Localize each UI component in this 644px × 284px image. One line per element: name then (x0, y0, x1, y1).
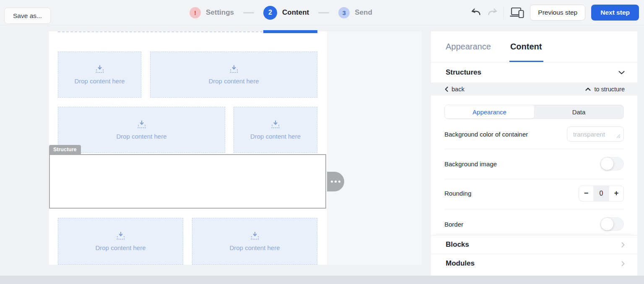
structures-section-header[interactable]: Structures (431, 62, 637, 83)
caret-up-icon (585, 88, 591, 91)
chevron-left-icon (445, 87, 448, 92)
step-send-number: 3 (338, 7, 350, 18)
step-divider (243, 12, 254, 13)
modules-section-header[interactable]: Modules (431, 254, 637, 273)
active-tab-underline (509, 61, 544, 62)
redo-icon (487, 8, 498, 17)
segment-appearance[interactable]: Appearance (445, 105, 534, 119)
background-image-toggle[interactable] (600, 157, 624, 170)
step-send-label: Send (355, 8, 372, 17)
drop-zone[interactable]: Drop content here (58, 218, 183, 265)
chevron-down-icon (618, 71, 625, 75)
to-structure-button[interactable]: to structure (585, 86, 625, 93)
step-divider (318, 12, 329, 13)
rounding-row: Rounding − 0 + (444, 185, 624, 201)
to-structure-label: to structure (594, 86, 625, 93)
settings-error-icon: ! (190, 7, 201, 18)
divider (444, 209, 624, 209)
step-indicator: ! Settings 2 Content 3 Send (190, 0, 372, 25)
toggle-knob (601, 157, 613, 170)
background-color-row: Background color of container (444, 127, 624, 142)
background-color-input-wrap (567, 127, 624, 142)
drop-zone[interactable]: Drop content here (150, 52, 317, 98)
structures-label: Structures (446, 68, 481, 77)
structure-tag: Structure (49, 145, 81, 154)
drop-content-icon (269, 120, 282, 129)
rounding-decrease-button[interactable]: − (579, 186, 593, 201)
ellipsis-icon (335, 181, 337, 183)
drop-content-icon (114, 232, 127, 240)
content-step-underline (263, 30, 317, 33)
settings-sidebar: Appearance Content Structures back (431, 31, 637, 276)
chevron-right-icon (621, 242, 625, 248)
divider (444, 149, 624, 149)
drop-zone-label: Drop content here (95, 244, 145, 251)
selected-structure[interactable] (49, 154, 326, 209)
tab-content[interactable]: Content (510, 31, 542, 62)
drop-content-icon (93, 65, 106, 74)
chevron-right-icon (621, 261, 625, 266)
device-preview-icon (510, 7, 524, 18)
drop-content-icon (135, 120, 148, 129)
drop-zone[interactable]: Drop content here (192, 218, 317, 265)
border-toggle[interactable] (600, 217, 624, 231)
appearance-data-segmented-control: Appearance Data (444, 105, 624, 119)
drop-zone-label: Drop content here (74, 77, 125, 85)
rounding-value[interactable]: 0 (593, 186, 609, 201)
background-color-input[interactable] (567, 127, 624, 142)
drop-content-icon (248, 232, 262, 240)
undo-button[interactable] (471, 8, 481, 17)
structure-breadcrumb-bar: back to structure (431, 83, 637, 96)
rounding-stepper: − 0 + (579, 186, 624, 201)
background-color-label: Background color of container (444, 131, 528, 138)
border-label: Border (444, 221, 463, 228)
previous-step-button[interactable]: Previous step (530, 5, 585, 21)
back-label: back (452, 86, 465, 93)
sidebar-tabs: Appearance Content (431, 31, 637, 62)
canvas-outside-area (327, 31, 422, 265)
segment-appearance-label: Appearance (473, 108, 506, 116)
next-step-button[interactable]: Next step (591, 5, 639, 21)
transparent-swatch-icon (616, 134, 621, 138)
rounding-label: Rounding (444, 190, 471, 197)
step-content-number: 2 (263, 6, 277, 20)
divider (444, 179, 624, 179)
undo-icon (471, 8, 481, 17)
segment-data-label: Data (572, 108, 586, 116)
bottom-page-strip (0, 276, 644, 284)
tab-content-label: Content (510, 42, 542, 52)
segment-data[interactable]: Data (534, 105, 623, 119)
drop-zone-label: Drop content here (250, 133, 301, 140)
tab-appearance[interactable]: Appearance (446, 31, 491, 62)
redo-button[interactable] (487, 8, 498, 17)
tab-appearance-label: Appearance (446, 42, 491, 52)
save-as-button[interactable]: Save as... (4, 8, 51, 24)
drop-content-icon (227, 65, 241, 74)
drop-zone-label: Drop content here (208, 77, 259, 85)
step-settings-label: Settings (206, 8, 234, 17)
drop-zone[interactable]: Drop content here (58, 107, 225, 153)
blocks-section-header[interactable]: Blocks (431, 235, 637, 254)
drop-zone[interactable]: Drop content here (58, 52, 141, 98)
step-send[interactable]: 3 Send (338, 7, 372, 18)
drop-zone-label: Drop content here (229, 244, 280, 251)
toolbar-divider (504, 6, 504, 19)
toolbar-actions: Previous step Next step (471, 0, 639, 25)
drop-zone[interactable]: Drop content here (234, 107, 317, 153)
back-button[interactable]: back (445, 86, 465, 93)
step-settings[interactable]: ! Settings (190, 7, 234, 18)
appearance-controls: Appearance Data Background color of cont… (431, 96, 637, 231)
blocks-label: Blocks (446, 240, 469, 249)
step-content[interactable]: 2 Content (263, 6, 309, 20)
drop-zone-label: Drop content here (116, 133, 166, 140)
toggle-knob (601, 218, 613, 230)
border-row: Border (444, 217, 624, 231)
rounding-increase-button[interactable]: + (609, 186, 623, 201)
top-toolbar: Save as... ! Settings 2 Content 3 Send (0, 0, 644, 25)
device-preview-button[interactable] (510, 7, 524, 18)
modules-label: Modules (446, 259, 475, 268)
email-editor-screen: Save as... ! Settings 2 Content 3 Send (0, 0, 644, 284)
background-image-row: Background image (444, 157, 624, 171)
background-image-label: Background image (444, 160, 497, 168)
step-content-label: Content (282, 8, 309, 17)
